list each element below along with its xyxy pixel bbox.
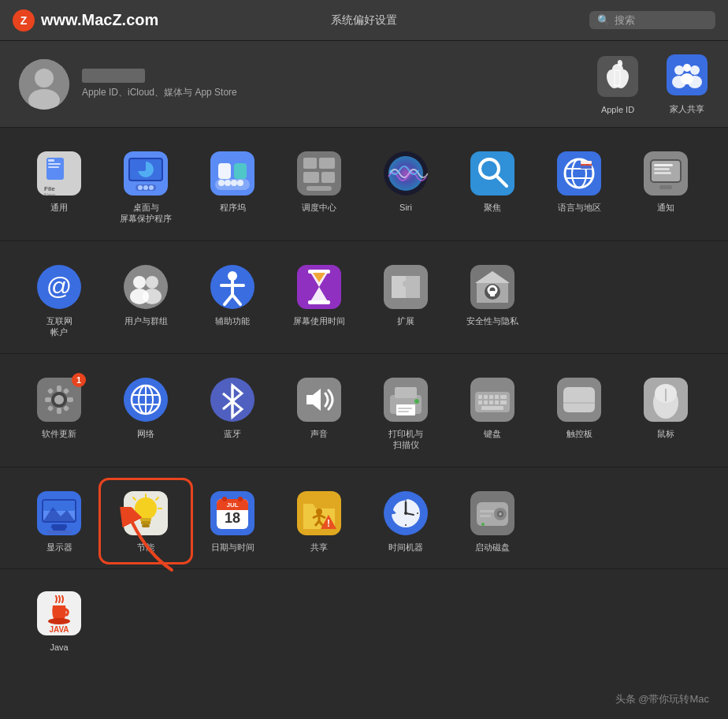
family-sharing-button[interactable]: 家人共享	[665, 53, 709, 115]
grid-item-internet[interactable]: @ 互联网帐户	[16, 255, 102, 346]
svg-text:File: File	[44, 185, 55, 192]
logo-icon: Z	[13, 9, 35, 32]
grid-item-desktop[interactable]: 桌面与屏幕保护程序	[102, 142, 189, 233]
svg-text:!: !	[327, 518, 330, 529]
grid-item-sound[interactable]: 声音	[276, 368, 362, 459]
sharing-icon: !	[295, 490, 343, 537]
grid-item-java[interactable]: JAVA Java	[16, 582, 102, 661]
extensions-icon	[382, 263, 429, 311]
svg-text:@: @	[46, 272, 72, 300]
date-icon: JUL 18	[209, 490, 256, 537]
grid-item-accessibility[interactable]: 辅助功能	[189, 255, 276, 346]
svg-text:JAVA: JAVA	[49, 625, 69, 634]
svg-point-68	[146, 276, 158, 289]
grid-item-display[interactable]: 显示器	[16, 482, 102, 561]
svg-rect-123	[495, 400, 499, 404]
grid-item-users[interactable]: 用户与群组	[102, 255, 189, 346]
grid-item-extensions[interactable]: 扩展	[362, 255, 449, 346]
svg-rect-122	[489, 400, 493, 404]
software-badge: 1	[72, 373, 86, 387]
profile-section: Apple ID、iCloud、媒体与 App Store  Apple ID	[0, 41, 728, 128]
energy-label: 节能	[137, 542, 154, 553]
grid-item-software[interactable]: 1 软件更新	[16, 368, 102, 459]
svg-rect-182	[480, 515, 491, 517]
site-name: www.MacZ.com	[41, 11, 158, 29]
grid-bottom: JAVA Java	[16, 582, 712, 661]
svg-point-69	[143, 289, 162, 304]
apple-id-icon: 	[596, 54, 640, 99]
search-input[interactable]	[615, 14, 709, 26]
svg-rect-116	[484, 395, 488, 399]
svg-rect-124	[500, 400, 507, 404]
grid-item-mouse[interactable]: 鼠标	[622, 368, 709, 459]
svg-rect-17	[48, 166, 59, 168]
grid-section4: 显示器 节能	[16, 482, 712, 561]
grid-item-mcc[interactable]: 调度中心	[276, 142, 362, 233]
svg-point-112	[414, 399, 419, 404]
startup-icon	[469, 490, 516, 537]
svg-point-65	[124, 265, 168, 309]
screentime-label: 屏幕使用时间	[293, 315, 345, 326]
svg-point-180	[499, 512, 502, 516]
siri-icon	[382, 150, 429, 197]
svg-point-7	[674, 65, 684, 75]
grid-item-sharing[interactable]: ! 共享	[276, 482, 362, 561]
grid-item-date[interactable]: JUL 18 日期与时间	[189, 482, 276, 561]
svg-point-35	[231, 180, 237, 186]
search-icon: 🔍	[597, 14, 610, 26]
grid-item-dock[interactable]: 程序坞	[189, 142, 276, 233]
sound-label: 声音	[310, 428, 328, 439]
svg-rect-111	[398, 411, 409, 412]
grid-item-energy[interactable]: 节能	[102, 482, 189, 561]
keyboard-label: 键盘	[484, 428, 501, 439]
grid-item-notification[interactable]: 通知	[622, 142, 709, 233]
grid-item-spotlight[interactable]: 聚焦	[449, 142, 536, 233]
network-icon	[122, 376, 169, 423]
grid-item-network[interactable]: 网络	[102, 368, 189, 459]
grid-item-screentime[interactable]: 屏幕使用时间	[276, 255, 362, 346]
grid-item-trackpad[interactable]: 触控板	[536, 368, 622, 459]
siri-label: Siri	[399, 202, 412, 213]
grid-item-keyboard[interactable]: 键盘	[449, 368, 536, 459]
svg-point-11	[683, 64, 691, 72]
svg-rect-136	[43, 501, 75, 511]
profile-actions:  Apple ID	[596, 53, 709, 115]
energy-icon	[122, 490, 169, 537]
svg-rect-117	[489, 395, 493, 399]
section-accounts: @ 互联网帐户 用户与群组	[0, 241, 728, 355]
grid-item-printer[interactable]: 打印机与扫描仪	[362, 368, 449, 459]
grid-item-siri[interactable]: Siri	[362, 142, 449, 233]
grid-item-timemachine[interactable]: 时间机器	[362, 482, 449, 561]
svg-rect-24	[130, 159, 146, 171]
trackpad-label: 触控板	[566, 428, 592, 439]
desktop-label: 桌面与屏幕保护程序	[120, 202, 172, 225]
grid-item-language[interactable]: 语言与地区	[536, 142, 622, 233]
svg-rect-143	[141, 521, 150, 524]
svg-rect-110	[398, 408, 412, 409]
profile-left: Apple ID、iCloud、媒体与 App Store	[19, 59, 237, 110]
grid-section3: 1 软件更新 网络	[16, 368, 712, 459]
software-label: 软件更新	[42, 428, 76, 439]
svg-point-86	[54, 395, 64, 404]
grid-item-bluetooth[interactable]: 蓝牙	[189, 368, 276, 459]
general-label: 通用	[50, 202, 68, 213]
accessibility-label: 辅助功能	[215, 315, 250, 326]
apple-id-button[interactable]:  Apple ID	[596, 54, 640, 114]
logo-area: Z www.MacZ.com	[13, 9, 158, 32]
grid-item-startup[interactable]: 启动磁盘	[449, 482, 536, 561]
search-bar[interactable]: 🔍	[589, 11, 715, 29]
network-label: 网络	[137, 428, 154, 439]
svg-rect-41	[321, 172, 335, 183]
svg-rect-88	[57, 408, 61, 414]
svg-rect-109	[396, 404, 415, 415]
display-label: 显示器	[46, 542, 72, 553]
accessibility-icon	[209, 263, 256, 311]
svg-text:18: 18	[225, 510, 240, 526]
grid-item-security[interactable]: 安全性与隐私	[449, 255, 536, 346]
svg-rect-78	[308, 300, 330, 304]
grid-item-general[interactable]: File New 通用	[16, 142, 102, 233]
svg-rect-59	[654, 164, 673, 166]
svg-rect-144	[142, 524, 150, 527]
mouse-icon	[642, 376, 689, 423]
svg-rect-15	[48, 159, 54, 162]
